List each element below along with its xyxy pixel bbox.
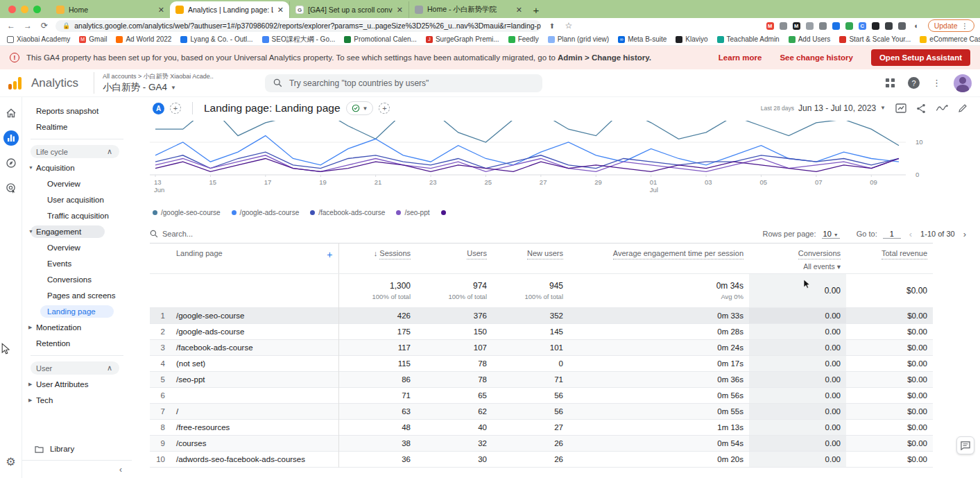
- sidebar-item-user-acquisition[interactable]: User acquisition: [22, 191, 132, 207]
- chevron-collapsed-icon[interactable]: ▶: [28, 398, 32, 403]
- tab-close-icon[interactable]: ✕: [277, 6, 284, 15]
- home-icon[interactable]: [3, 105, 19, 121]
- legend-item[interactable]: /google-ads-course: [232, 209, 300, 216]
- address-input[interactable]: 🔒 analytics.google.com/analytics/web/?au…: [55, 20, 541, 32]
- admin-gear-icon[interactable]: ⚙: [6, 455, 15, 468]
- bookmark-item[interactable]: Lyang & Co. - Outl...: [180, 35, 252, 43]
- extension-icon[interactable]: [898, 22, 906, 30]
- browser-tab[interactable]: Home - 小白新势学院✕: [409, 1, 528, 18]
- explore-icon[interactable]: [3, 155, 19, 171]
- conversions-event-select[interactable]: All events ▾: [755, 262, 841, 271]
- reports-icon[interactable]: [3, 130, 19, 146]
- table-row[interactable]: 4(not set)1157800m 17s0.00$0.00: [150, 356, 933, 372]
- bookmark-item[interactable]: ∞Meta B-suite: [618, 35, 667, 43]
- sidebar-item-user[interactable]: User∧: [22, 360, 132, 376]
- forward-icon[interactable]: →: [22, 21, 33, 31]
- table-row[interactable]: 1/google-seo-course4263763520m 33s0.00$0…: [150, 308, 933, 324]
- column-header-new_users[interactable]: New users: [492, 244, 569, 274]
- sidebar-item-realtime[interactable]: Realtime: [22, 119, 132, 135]
- bookmark-item[interactable]: Feedly: [508, 35, 539, 43]
- comparison-chart-icon[interactable]: [895, 103, 906, 113]
- legend-item[interactable]: /facebook-ads-course: [310, 209, 385, 216]
- back-icon[interactable]: ←: [6, 21, 17, 31]
- sidebar-item-events[interactable]: Events: [22, 255, 132, 271]
- sidebar-item-engagement[interactable]: ▼Engagement: [22, 223, 132, 239]
- bookmark-item[interactable]: Start & Scale Your...: [839, 35, 911, 43]
- sidebar-item-life-cycle[interactable]: Life cycle∧: [22, 144, 132, 160]
- share-icon[interactable]: ⬆: [547, 22, 558, 30]
- avatar[interactable]: [954, 74, 972, 92]
- tab-close-icon[interactable]: ✕: [516, 6, 522, 15]
- sidebar-item-tech[interactable]: ▶Tech: [22, 392, 132, 408]
- sidebar-item-reports-snapshot[interactable]: Reports snapshot: [22, 103, 132, 119]
- sidebar-item-library[interactable]: Library: [22, 439, 132, 460]
- report-filter-chip[interactable]: ▼: [346, 101, 374, 115]
- table-row[interactable]: 3/facebook-ads-course1171071010m 24s0.00…: [150, 340, 933, 356]
- table-row[interactable]: 9/courses3832260m 54s0.00$0.00: [150, 436, 933, 452]
- add-dimension-icon[interactable]: +: [327, 249, 332, 260]
- goto-page-input[interactable]: [883, 230, 901, 239]
- chevron-expanded-icon[interactable]: ▼: [28, 229, 33, 234]
- chevron-expanded-icon[interactable]: ▼: [28, 165, 33, 170]
- bookmark-item[interactable]: JSurgeGraph Premi...: [426, 35, 499, 43]
- chrome-menu-icon[interactable]: ⋮: [961, 22, 969, 30]
- bookmark-star-icon[interactable]: ☆: [563, 21, 574, 31]
- feedback-button[interactable]: [956, 436, 974, 454]
- add-comparison-button[interactable]: +: [170, 103, 181, 114]
- next-page-icon[interactable]: ›: [961, 229, 969, 239]
- account-switcher[interactable]: All accounts > 小白新势 Xiaobai Acade.. 小白新势…: [94, 72, 214, 94]
- legend-item[interactable]: /google-seo-course: [153, 209, 221, 216]
- see-change-history-link[interactable]: See change history: [780, 53, 852, 62]
- tab-close-icon[interactable]: ✕: [397, 6, 403, 15]
- extension-icon[interactable]: [832, 22, 840, 30]
- bookmark-item[interactable]: MGmail: [79, 35, 107, 43]
- bookmark-item[interactable]: eCommerce Case...: [920, 35, 980, 43]
- open-setup-assistant-button[interactable]: Open Setup Assistant: [871, 49, 970, 66]
- extension-icon[interactable]: [885, 22, 893, 30]
- extension-icon[interactable]: M: [793, 22, 800, 30]
- edit-pencil-icon[interactable]: [958, 103, 968, 113]
- new-tab-button[interactable]: +: [528, 1, 544, 18]
- rows-per-page-select[interactable]: 10 ▼: [822, 230, 840, 239]
- bookmark-item[interactable]: Add Users: [789, 35, 831, 43]
- column-header-landing-page[interactable]: Landing page+: [171, 244, 338, 274]
- extension-icon[interactable]: [845, 22, 853, 30]
- legend-item[interactable]: /seo-ppt: [396, 209, 429, 216]
- bookmark-item[interactable]: Ad World 2022: [116, 35, 171, 43]
- more-vert-icon[interactable]: ⋮: [932, 78, 941, 88]
- sidebar-item-pages-and-screens[interactable]: Pages and screens: [22, 287, 132, 303]
- chrome-update-button[interactable]: Update ⋮: [928, 19, 974, 32]
- search-input[interactable]: Try searching "top countries by users": [265, 74, 542, 92]
- sidebar-item-acquisition[interactable]: ▼Acquisition: [22, 160, 132, 176]
- table-search-input[interactable]: Search...: [150, 230, 193, 238]
- bookmark-item[interactable]: Plann (grid view): [548, 35, 609, 43]
- bookmark-item[interactable]: Klaviyo: [676, 35, 707, 43]
- apps-grid-icon[interactable]: [885, 78, 895, 88]
- column-header-sessions[interactable]: ↓ Sessions: [338, 244, 416, 274]
- sidebar-item-retention[interactable]: Retention: [22, 335, 132, 351]
- advertising-icon[interactable]: [3, 180, 19, 196]
- add-filter-button[interactable]: +: [379, 103, 390, 114]
- sidebar-item-monetization[interactable]: ▶Monetization: [22, 319, 132, 335]
- extension-icon[interactable]: [780, 22, 787, 30]
- maximize-window-button[interactable]: [33, 6, 41, 13]
- insights-icon[interactable]: [936, 104, 948, 112]
- sidebar-item-user-attributes[interactable]: ▶User Attributes: [22, 376, 132, 392]
- browser-tab[interactable]: Analytics | Landing page: Land✕: [170, 1, 289, 18]
- window-controls[interactable]: [8, 0, 41, 18]
- column-header-revenue[interactable]: Total revenue: [846, 244, 933, 274]
- chevron-collapsed-icon[interactable]: ▶: [28, 382, 32, 387]
- legend-item[interactable]: [441, 210, 449, 215]
- table-row[interactable]: 7/6362560m 55s0.00$0.00: [150, 404, 933, 420]
- table-row[interactable]: 67165560m 56s0.00$0.00: [150, 388, 933, 404]
- date-range-picker[interactable]: Last 28 days Jun 13 - Jul 10, 2023 ▼: [761, 103, 886, 114]
- extension-icon[interactable]: C: [859, 22, 866, 30]
- browser-tab[interactable]: Home✕: [51, 1, 170, 18]
- sidebar-item-traffic-acquisition[interactable]: Traffic acquisition: [22, 207, 132, 223]
- reload-icon[interactable]: ⟳: [39, 21, 50, 31]
- extension-icon[interactable]: M: [766, 22, 774, 30]
- table-row[interactable]: 2/google-ads-course1751501450m 28s0.00$0…: [150, 324, 933, 340]
- extension-icon[interactable]: [819, 22, 827, 30]
- chevron-collapsed-icon[interactable]: ▶: [28, 325, 32, 330]
- sidebar-item-overview[interactable]: Overview: [22, 239, 132, 255]
